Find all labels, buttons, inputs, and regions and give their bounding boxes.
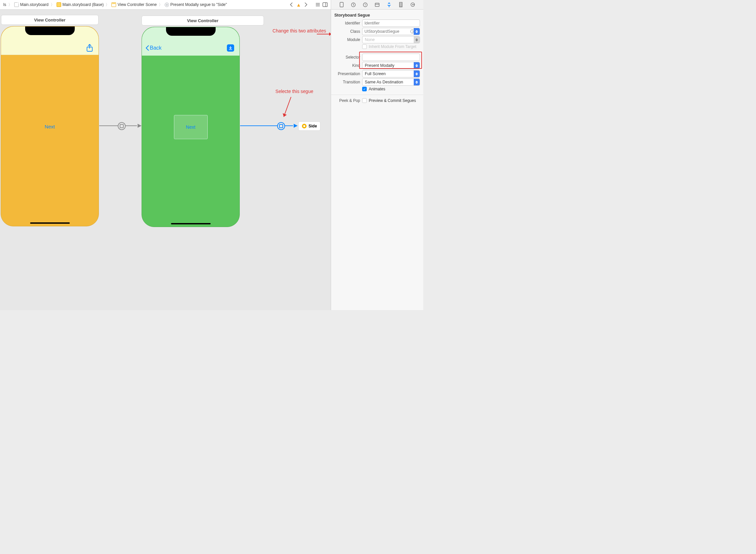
animates-checkbox[interactable]	[362, 87, 367, 91]
select-value: None	[365, 38, 375, 42]
select-value: Full Screen	[365, 71, 386, 76]
transition-select[interactable]: Same As Destination	[362, 78, 420, 86]
connections-inspector-tab[interactable]	[410, 1, 416, 8]
presentation-select[interactable]: Full Screen	[362, 70, 420, 77]
device-notch	[25, 26, 75, 35]
view-controller-1[interactable]: Next	[1, 26, 99, 226]
class-input[interactable]	[362, 28, 410, 35]
svg-rect-5	[340, 2, 343, 7]
class-label: Class	[334, 29, 360, 34]
selector-label: Selector	[334, 55, 360, 60]
scene-title-label: View Controller	[34, 17, 65, 22]
path-segment-base[interactable]: Main.storyboard (Base)	[55, 2, 105, 7]
svg-text:?: ?	[365, 3, 366, 7]
section-title: Storyboard Segue	[334, 13, 420, 17]
home-indicator	[30, 222, 70, 224]
reference-label: Side	[309, 124, 317, 128]
path-text: View Controller Scene	[117, 2, 157, 7]
chevron-right-icon: 〉	[50, 2, 55, 8]
selector-input[interactable]	[362, 54, 420, 61]
transition-label: Transition	[334, 80, 360, 85]
warning-icon: ▲	[296, 2, 301, 7]
inherit-module-checkbox[interactable]	[362, 44, 367, 49]
identifier-input[interactable]	[362, 19, 420, 27]
chevron-left-icon	[145, 45, 149, 51]
kind-label: Kind	[334, 63, 360, 68]
path-text: Present Modally segue to "Side"	[170, 2, 227, 7]
size-inspector-tab[interactable]	[397, 1, 404, 8]
svg-rect-9	[375, 3, 379, 6]
path-segment-scene[interactable]: View Controller Scene	[110, 2, 158, 7]
identifier-label: Identifier	[334, 21, 360, 25]
storyboard-canvas[interactable]: View Controller Next View Controller Bac…	[0, 10, 331, 310]
identity-inspector-tab[interactable]	[374, 1, 380, 8]
inspector-panel: ? Storyboard Segue Identifier Class Modu…	[331, 0, 423, 310]
annotation-arrow-icon	[316, 30, 331, 39]
kind-select[interactable]: Present Modally	[362, 62, 420, 69]
annotation-select-segue: Selecte this segue	[265, 88, 324, 95]
help-inspector-tab[interactable]: ?	[362, 1, 369, 8]
annotation-text: Selecte this segue	[275, 89, 313, 94]
svg-rect-0	[323, 3, 327, 7]
segue-icon	[165, 3, 169, 7]
container-view[interactable]: Next	[174, 115, 208, 139]
divider	[331, 95, 423, 95]
nav-forward-button[interactable]	[302, 1, 310, 8]
history-inspector-tab[interactable]	[350, 1, 357, 8]
select-value: Same As Destination	[365, 80, 403, 85]
svg-point-13	[412, 4, 413, 5]
toggle-minimap-button[interactable]	[321, 1, 329, 8]
scene-icon	[112, 2, 116, 7]
storyboard-reference-side[interactable]: Side	[298, 121, 320, 131]
view-controller-2[interactable]: Back Next	[141, 27, 240, 227]
module-label: Module	[334, 38, 360, 42]
segue-node-selected[interactable]	[277, 122, 285, 130]
animates-label: Animates	[369, 87, 385, 91]
inherit-module-label: Inherit Module From Target	[369, 44, 416, 49]
path-segment-segue[interactable]: Present Modally segue to "Side"	[164, 2, 228, 7]
storyboard-icon	[57, 2, 61, 7]
file-icon	[14, 2, 19, 7]
annotation-arrow-icon	[281, 96, 298, 122]
peek-pop-checkbox[interactable]	[362, 98, 367, 103]
issues-button[interactable]: ▲	[295, 1, 302, 8]
peek-pop-label: Peek & Pop	[334, 98, 360, 103]
path-segment-root[interactable]: ls	[2, 2, 8, 7]
presentation-label: Presentation	[334, 71, 360, 76]
file-inspector-tab[interactable]	[338, 1, 345, 8]
svg-line-4	[284, 97, 291, 117]
peek-pop-value: Preview & Commit Segues	[369, 98, 416, 103]
next-button[interactable]: Next	[45, 123, 55, 129]
segue-arrow-selected[interactable]	[240, 125, 298, 126]
scene-title-bar[interactable]: View Controller	[1, 15, 99, 25]
path-text: Main.storyboard (Base)	[63, 2, 104, 7]
select-value: Present Modally	[365, 63, 394, 68]
class-dropdown[interactable]	[415, 28, 420, 35]
back-label: Back	[150, 45, 162, 51]
inspector-tab-bar: ?	[331, 0, 423, 10]
module-select[interactable]: None	[362, 36, 420, 43]
scene-title-label: View Controller	[187, 18, 218, 23]
jump-bar: ls 〉 Main.storyboard 〉 Main.storyboard (…	[0, 0, 331, 10]
chevron-right-icon: 〉	[8, 2, 13, 8]
device-notch	[166, 27, 215, 36]
path-text: ls	[3, 2, 6, 7]
share-icon[interactable]	[86, 44, 93, 52]
home-indicator	[171, 223, 211, 224]
attributes-inspector-tab[interactable]	[386, 1, 392, 8]
segue-node[interactable]	[118, 122, 126, 130]
nav-back-button[interactable]	[288, 1, 295, 8]
reference-icon	[302, 124, 307, 128]
path-segment-file[interactable]: Main.storyboard	[13, 2, 50, 7]
path-text: Main.storyboard	[20, 2, 49, 7]
button-label: Next	[45, 123, 55, 129]
scene-title-bar[interactable]: View Controller	[141, 15, 264, 25]
chevron-right-icon: 〉	[105, 2, 110, 8]
button-label: Next	[186, 124, 195, 130]
adjust-editor-button[interactable]	[314, 1, 321, 8]
back-button[interactable]: Back	[145, 45, 162, 51]
inspector-body: Storyboard Segue Identifier Class Module…	[331, 10, 423, 111]
chevron-right-icon: 〉	[158, 2, 164, 8]
download-icon[interactable]	[227, 44, 234, 52]
